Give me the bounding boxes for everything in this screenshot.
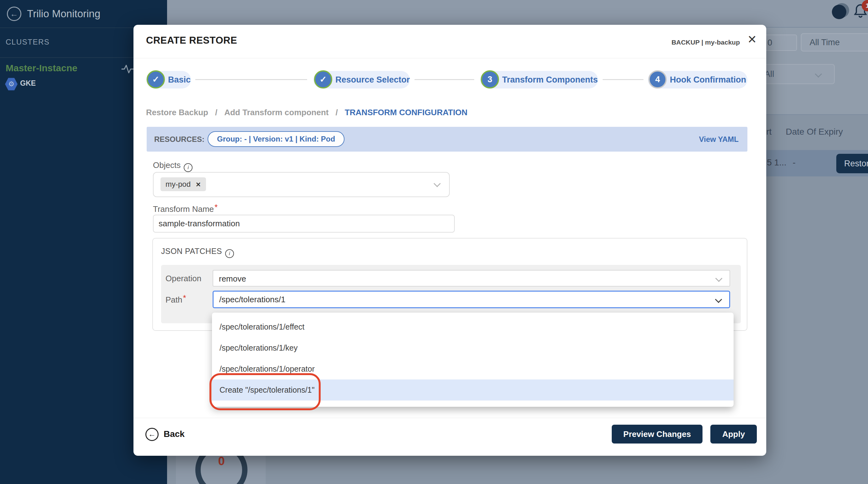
chevron-down-icon: [715, 275, 722, 282]
red-annotation-outline: [210, 373, 321, 410]
required-marker: *: [183, 293, 186, 302]
chevron-down-icon: [715, 296, 722, 303]
dropdown-option[interactable]: /spec/tolerations/1/key: [212, 337, 734, 358]
footer-divider: [133, 418, 766, 418]
breadcrumb-separator: /: [335, 108, 338, 118]
resources-bar: RESOURCES: Group: - | Version: v1 | Kind…: [147, 127, 747, 152]
app-title: Trilio Monitoring: [27, 8, 100, 20]
step-number-icon: 4: [649, 70, 667, 89]
clusters-label: CLUSTERS: [6, 38, 50, 46]
back-arrow-icon[interactable]: ←: [146, 428, 159, 441]
row-cell-dash: -: [793, 158, 796, 168]
back-circle-icon[interactable]: ←: [7, 7, 21, 21]
resource-gvk-chip[interactable]: Group: - | Version: v1 | Kind: Pod: [208, 131, 344, 147]
row-cell-value: 5 1...: [767, 158, 786, 168]
operation-label: Operation: [165, 274, 201, 284]
path-label: Path*: [165, 295, 186, 305]
operation-select[interactable]: remove: [213, 270, 730, 287]
close-icon[interactable]: ✕: [747, 33, 757, 46]
step-check-icon: ✓: [147, 70, 165, 89]
object-chip: my-pod✕: [160, 178, 206, 191]
breadcrumb: Restore Backup / Add Transform component…: [146, 108, 468, 118]
json-patches-title: JSON PATCHESi: [161, 247, 234, 258]
step-connector: [602, 79, 644, 80]
transform-name-label: Transform Name*: [153, 204, 218, 214]
time-filter-select[interactable]: All Time: [801, 33, 868, 52]
backup-context-label: BACKUP | my-backup: [672, 39, 740, 46]
modal-title: CREATE RESTORE: [146, 35, 237, 46]
objects-multiselect[interactable]: my-pod✕: [153, 172, 450, 197]
breadcrumb-transform-configuration: TRANSFORM CONFIGURATION: [345, 108, 468, 118]
top-bar: [167, 0, 868, 28]
view-yaml-link[interactable]: View YAML: [699, 135, 739, 144]
required-marker: *: [215, 202, 218, 212]
column-header-start[interactable]: rt: [766, 127, 772, 137]
sidebar-item-cluster[interactable]: Master-Instacne: [6, 63, 77, 73]
transform-name-input[interactable]: sample-transformation: [153, 215, 455, 233]
info-icon[interactable]: i: [184, 163, 192, 172]
breadcrumb-restore-backup[interactable]: Restore Backup: [146, 108, 208, 118]
column-header-expiry[interactable]: Date Of Expiry: [786, 127, 843, 137]
moon-icon[interactable]: [832, 5, 846, 19]
step-connector: [195, 79, 307, 80]
chevron-down-icon[interactable]: [434, 180, 441, 187]
create-restore-modal: CREATE RESTORE BACKUP | my-backup ✕ Basi…: [133, 25, 766, 456]
back-button[interactable]: Back: [164, 429, 185, 439]
chip-remove-icon[interactable]: ✕: [196, 181, 201, 188]
cluster-type-label: GKE: [20, 79, 36, 88]
restore-button[interactable]: Restore: [836, 154, 868, 173]
step-connector: [414, 79, 474, 80]
breadcrumb-separator: /: [215, 108, 217, 118]
info-icon[interactable]: i: [225, 249, 234, 258]
path-select[interactable]: /spec/tolerations/1: [213, 291, 730, 308]
header-divider: [133, 58, 766, 58]
step-check-icon: ✓: [314, 70, 332, 89]
preview-changes-button[interactable]: Preview Changes: [612, 425, 703, 444]
activity-pulse-icon[interactable]: [121, 63, 134, 75]
step-number-icon: 3: [481, 70, 499, 89]
resources-label: RESOURCES:: [154, 135, 205, 144]
objects-label: Objectsi: [153, 160, 192, 172]
gauge-value: 0: [195, 454, 247, 468]
gke-hexagon-icon: ⚙: [5, 77, 18, 91]
screen: 1 0 All Time All rt Date Of Expiry 5 1..…: [0, 0, 868, 484]
breadcrumb-add-transform[interactable]: Add Transform component: [224, 108, 329, 118]
apply-button[interactable]: Apply: [710, 425, 757, 444]
dropdown-option[interactable]: /spec/tolerations/1/effect: [212, 316, 734, 337]
